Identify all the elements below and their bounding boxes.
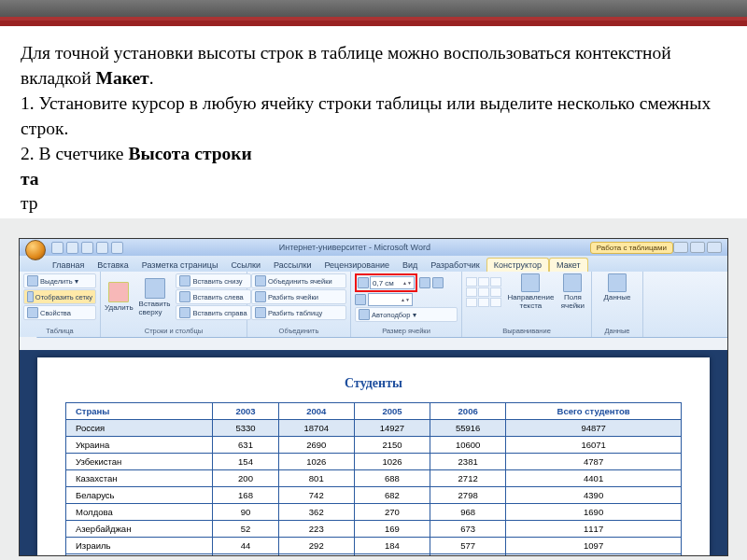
insert-above-button[interactable]: Вставить сверху bbox=[139, 300, 171, 316]
tab-конструктор[interactable]: Конструктор bbox=[486, 258, 549, 272]
table-row[interactable]: Украина631269021501060016071 bbox=[66, 437, 682, 454]
table-row[interactable]: Беларусь16874268227984390 bbox=[66, 487, 682, 504]
autofit-button[interactable]: Автоподбор ▾ bbox=[355, 307, 458, 322]
table-row[interactable]: Казахстан20080168827124401 bbox=[66, 470, 682, 487]
properties-button[interactable]: Свойства bbox=[23, 305, 96, 320]
insert-left-button[interactable]: Вставить слева bbox=[176, 289, 250, 304]
table-row[interactable]: Латвия721211915651090 bbox=[66, 554, 682, 556]
tab-рецензирование[interactable]: Рецензирование bbox=[317, 259, 396, 272]
ribbon-tabs[interactable]: ГлавнаяВставкаРазметка страницыСсылкиРас… bbox=[20, 256, 727, 272]
distribute-rows-icon[interactable] bbox=[419, 277, 430, 288]
window-title: Интернет-университет - Microsoft Word bbox=[123, 243, 586, 252]
select-button[interactable]: Выделить ▾ bbox=[23, 273, 96, 288]
col-width-spinner[interactable]: ▲▼ bbox=[368, 293, 413, 306]
table-header: 2005 bbox=[354, 403, 430, 420]
split-cells-button[interactable]: Разбить ячейки bbox=[251, 289, 346, 304]
tab-рассылки[interactable]: Рассылки bbox=[267, 259, 317, 272]
row-height-icon bbox=[358, 277, 369, 288]
table-row[interactable]: Россия533018704149275591694877 bbox=[66, 420, 682, 437]
table-header: 2003 bbox=[213, 403, 278, 420]
doc-heading: Студенты bbox=[65, 376, 682, 391]
window-titlebar: Интернет-университет - Microsoft Word Ра… bbox=[20, 239, 727, 256]
table-row[interactable]: Молдова903622709681690 bbox=[66, 504, 682, 521]
tab-разметка страницы[interactable]: Разметка страницы bbox=[135, 259, 225, 272]
insert-right-button[interactable]: Вставить справа bbox=[176, 305, 250, 320]
table-row[interactable]: Израиль442921845771097 bbox=[66, 538, 682, 554]
show-grid-button[interactable]: Отобразить сетку bbox=[23, 289, 96, 304]
distribute-cols-icon[interactable] bbox=[432, 277, 444, 288]
row-height-spinner[interactable]: 0,7 см ▲▼ bbox=[370, 276, 415, 289]
students-table[interactable]: Страны2003200420052006Всего студентовРос… bbox=[65, 402, 682, 555]
cell-margins-button[interactable]: Поля ячейки bbox=[558, 293, 587, 310]
alignment-grid[interactable] bbox=[466, 277, 501, 307]
tab-разработчик[interactable]: Разработчик bbox=[424, 259, 486, 272]
tab-вставка[interactable]: Вставка bbox=[91, 259, 134, 272]
table-header: Страны bbox=[66, 403, 213, 420]
ribbon: Выделить ▾ Отобразить сетку Свойства Таб… bbox=[20, 272, 727, 338]
table-header: 2004 bbox=[278, 403, 354, 420]
contextual-tab-label: Работа с таблицами bbox=[590, 242, 673, 254]
quick-access-toolbar[interactable] bbox=[51, 242, 123, 254]
word-screenshot: Интернет-университет - Microsoft Word Ра… bbox=[19, 238, 728, 556]
tab-ссылки[interactable]: Ссылки bbox=[224, 259, 267, 272]
tab-вид[interactable]: Вид bbox=[396, 259, 424, 272]
delete-button[interactable]: Удалить bbox=[105, 303, 134, 312]
page: Студенты Страны2003200420052006Всего сту… bbox=[37, 357, 710, 555]
table-header: 2006 bbox=[430, 403, 506, 420]
insert-below-button[interactable]: Вставить снизу bbox=[176, 273, 250, 288]
table-row[interactable]: Узбекистан1541026102623814787 bbox=[66, 454, 682, 470]
split-table-button[interactable]: Разбить таблицу bbox=[251, 305, 346, 320]
table-header: Всего студентов bbox=[506, 403, 682, 420]
window-controls[interactable] bbox=[673, 242, 722, 253]
text-direction-button[interactable]: Направление текста bbox=[507, 293, 555, 310]
merge-cells-button[interactable]: Объединить ячейки bbox=[251, 273, 346, 288]
data-button[interactable]: Данные bbox=[604, 293, 631, 301]
table-row[interactable]: Азербайджан522231696731117 bbox=[66, 521, 682, 538]
office-button[interactable] bbox=[25, 240, 46, 260]
document-area: Студенты Страны2003200420052006Всего сту… bbox=[20, 350, 727, 555]
tab-главная[interactable]: Главная bbox=[46, 259, 91, 272]
instruction-text: Для точной установки высоты строк в табл… bbox=[0, 26, 747, 218]
tab-макет[interactable]: Макет bbox=[549, 258, 587, 272]
row-height-highlight: 0,7 см ▲▼ bbox=[355, 273, 417, 292]
